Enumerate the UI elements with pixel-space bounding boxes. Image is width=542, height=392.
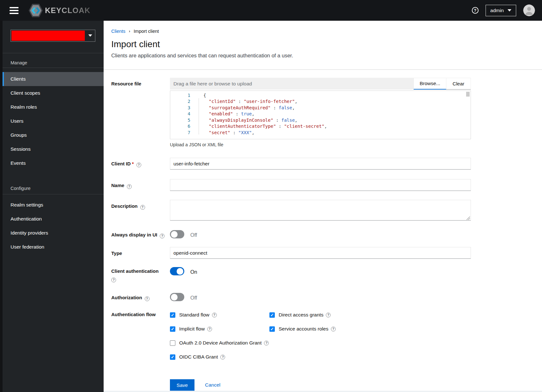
required-asterisk: * bbox=[132, 161, 134, 166]
toggle-knob bbox=[177, 268, 183, 275]
clear-button[interactable]: Clear bbox=[446, 78, 471, 90]
line-number: 5 bbox=[170, 118, 190, 123]
textarea-resize-handle[interactable] bbox=[466, 216, 470, 220]
save-button[interactable]: Save bbox=[170, 379, 194, 391]
authorization-label: Authorization bbox=[111, 295, 169, 301]
breadcrumb: Clients › Import client bbox=[111, 29, 159, 34]
hamburger-menu-icon[interactable] bbox=[10, 7, 18, 14]
code-line: 7 "secret" : "XXX", bbox=[170, 129, 471, 136]
checked-checkbox-icon[interactable] bbox=[170, 312, 175, 318]
checkbox-label: Direct access grants bbox=[279, 312, 323, 318]
client-id-label: Client ID* bbox=[111, 161, 169, 167]
help-icon[interactable] bbox=[212, 313, 217, 317]
checked-checkbox-icon[interactable] bbox=[170, 326, 175, 332]
client-authentication-toggle[interactable] bbox=[170, 267, 184, 275]
user-menu-dropdown[interactable]: admin bbox=[486, 5, 516, 16]
code-line: 5 "alwaysDisplayInConsole" : false, bbox=[170, 117, 471, 123]
sidebar-item-authentication[interactable]: Authentication bbox=[3, 212, 104, 226]
client-authentication-state: On bbox=[190, 269, 197, 275]
code-line: 4 "enabled" : true, bbox=[170, 111, 471, 117]
client-authentication-label: Client authentication bbox=[111, 268, 169, 282]
help-icon[interactable] bbox=[136, 163, 141, 167]
checkbox-row-direct-access-grants[interactable]: Direct access grants bbox=[269, 312, 336, 318]
always-display-label: Always display in UI bbox=[111, 232, 169, 238]
sidebar-divider bbox=[3, 68, 104, 68]
help-icon[interactable] bbox=[264, 341, 269, 345]
file-upload-group: Drag a file here or browse to upload Bro… bbox=[170, 78, 471, 90]
breadcrumb-link-clients[interactable]: Clients bbox=[111, 29, 125, 34]
realm-selector[interactable] bbox=[11, 30, 95, 42]
checkbox-row-implicit-flow[interactable]: Implicit flow bbox=[170, 326, 269, 332]
checked-checkbox-icon[interactable] bbox=[269, 326, 275, 332]
sidebar-item-realm-settings[interactable]: Realm settings bbox=[3, 198, 104, 212]
help-icon[interactable] bbox=[140, 205, 145, 210]
sidebar-nav-configure: Realm settingsAuthenticationIdentity pro… bbox=[3, 198, 104, 254]
sidebar-item-realm-roles[interactable]: Realm roles bbox=[3, 100, 104, 114]
client-id-input[interactable] bbox=[170, 158, 471, 170]
sidebar-item-groups[interactable]: Groups bbox=[3, 128, 104, 142]
sidebar-item-clients[interactable]: Clients bbox=[3, 72, 104, 86]
checkbox-label: OIDC CIBA Grant bbox=[179, 354, 218, 360]
app-header: KEYCLOAK admin bbox=[0, 0, 542, 21]
authorization-state: Off bbox=[190, 295, 197, 301]
keycloak-hexagon-icon bbox=[28, 4, 43, 18]
code-lines: 1{2 "clientId" : "user-info-fetcher",3 "… bbox=[170, 92, 471, 136]
avatar-person-icon bbox=[523, 4, 535, 16]
browse-button[interactable]: Browse... bbox=[414, 78, 446, 90]
line-number: 2 bbox=[170, 99, 190, 104]
checkbox-row-standard-flow[interactable]: Standard flow bbox=[170, 312, 269, 318]
code-line: 1{ bbox=[170, 92, 471, 98]
line-number: 1 bbox=[170, 93, 190, 98]
help-icon[interactable] bbox=[326, 313, 331, 317]
sidebar-item-events[interactable]: Events bbox=[3, 156, 104, 170]
editor-scrollbar-thumb[interactable] bbox=[466, 92, 470, 97]
breadcrumb-current: Import client bbox=[134, 29, 159, 34]
help-icon[interactable] bbox=[472, 7, 479, 14]
checked-checkbox-icon[interactable] bbox=[170, 354, 175, 360]
help-icon[interactable] bbox=[160, 234, 165, 238]
unchecked-checkbox-icon[interactable] bbox=[170, 340, 175, 346]
sidebar-item-identity-providers[interactable]: Identity providers bbox=[3, 226, 104, 240]
sidebar-item-sessions[interactable]: Sessions bbox=[3, 142, 104, 156]
line-number: 6 bbox=[170, 124, 190, 129]
type-input[interactable] bbox=[170, 247, 471, 259]
section-divider bbox=[104, 69, 542, 70]
name-label: Name bbox=[111, 183, 169, 189]
line-number: 4 bbox=[170, 111, 190, 116]
checkbox-row-service-accounts-roles[interactable]: Service accounts roles bbox=[269, 326, 336, 332]
help-icon[interactable] bbox=[207, 327, 212, 331]
sidebar-item-client-scopes[interactable]: Client scopes bbox=[3, 86, 104, 100]
checkbox-row-oidc-ciba-grant[interactable]: OIDC CIBA Grant bbox=[170, 354, 269, 360]
resource-file-label: Resource file bbox=[111, 81, 169, 86]
code-line: 2 "clientId" : "user-info-fetcher", bbox=[170, 98, 471, 105]
help-icon[interactable] bbox=[111, 278, 116, 282]
code-editor[interactable]: 1{2 "clientId" : "user-info-fetcher",3 "… bbox=[170, 91, 471, 139]
auth-flow-column-2: Direct access grantsService accounts rol… bbox=[269, 312, 336, 332]
always-display-state: Off bbox=[190, 232, 197, 238]
sidebar-item-user-federation[interactable]: User federation bbox=[3, 240, 104, 254]
page-subtitle: Clients are applications and services th… bbox=[111, 53, 293, 59]
breadcrumb-separator-icon: › bbox=[129, 29, 130, 33]
always-display-toggle[interactable] bbox=[170, 230, 184, 238]
auth-flow-column-1: Standard flowImplicit flowOAuth 2.0 Devi… bbox=[170, 312, 269, 360]
checkbox-label: Implicit flow bbox=[179, 326, 205, 332]
type-label: Type bbox=[111, 250, 169, 256]
cancel-link[interactable]: Cancel bbox=[205, 382, 220, 388]
page-title: Import client bbox=[111, 39, 160, 49]
checked-checkbox-icon[interactable] bbox=[269, 312, 275, 318]
help-icon[interactable] bbox=[145, 296, 150, 301]
code-line: 6 "clientAuthenticatorType" : "client-se… bbox=[170, 123, 471, 130]
name-input[interactable] bbox=[170, 179, 471, 191]
chevron-down-icon bbox=[88, 34, 92, 37]
sidebar-item-users[interactable]: Users bbox=[3, 114, 104, 128]
help-icon[interactable] bbox=[127, 184, 132, 189]
help-icon[interactable] bbox=[220, 355, 225, 359]
toggle-knob bbox=[171, 231, 178, 238]
authorization-toggle[interactable] bbox=[170, 293, 184, 301]
user-avatar[interactable] bbox=[523, 4, 535, 16]
checkbox-row-oauth-2-0-device-authorization-grant[interactable]: OAuth 2.0 Device Authorization Grant bbox=[170, 340, 269, 346]
description-textarea[interactable] bbox=[170, 200, 471, 221]
file-dropzone[interactable]: Drag a file here or browse to upload bbox=[170, 78, 414, 90]
help-icon[interactable] bbox=[331, 327, 336, 331]
authentication-flow-label: Authentication flow bbox=[111, 312, 169, 317]
